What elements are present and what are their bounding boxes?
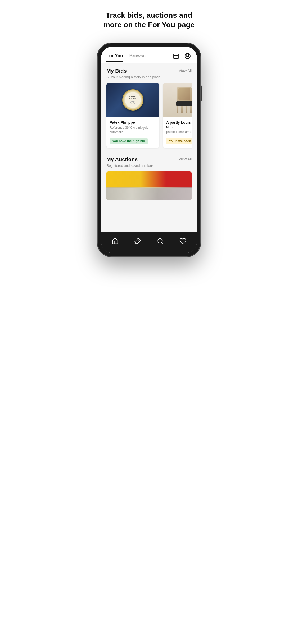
phone-screen: For You Browse	[101, 47, 197, 253]
watch-image: A. LANGE& SÖHNE GLASHÜTTE I/SA 7 08	[106, 83, 159, 117]
bottom-nav	[101, 232, 197, 253]
watch-desc: Reference 3940 A pink gold automatic ...	[110, 126, 156, 135]
svg-line-6	[135, 243, 136, 244]
heart-icon	[179, 238, 186, 245]
svg-line-7	[138, 239, 139, 240]
nav-bid-button[interactable]	[131, 234, 144, 248]
svg-rect-0	[174, 54, 178, 59]
chair-card-body: A partly Louis XVI cr... painted desk ar…	[163, 117, 192, 148]
auction-preview-image[interactable]: Preview sale	[106, 171, 192, 200]
my-auctions-section: My Auctions View All Registered and save…	[106, 157, 192, 203]
my-bids-view-all[interactable]: View All	[179, 68, 192, 73]
svg-line-9	[162, 242, 163, 244]
my-auctions-subtitle: Registered and saved auctions	[106, 164, 192, 168]
gavel-icon	[134, 238, 141, 245]
nav-icons	[172, 52, 192, 63]
app-content: For You Browse	[101, 47, 197, 232]
my-auctions-title: My Auctions	[106, 157, 138, 163]
chair-bid-status: You have been ou...	[166, 138, 192, 144]
nav-favorites-button[interactable]	[176, 234, 189, 248]
chair-image	[163, 83, 192, 117]
scroll-content: My Bids View All All your bidding histor…	[101, 63, 197, 232]
nav-search-button[interactable]	[154, 234, 167, 248]
svg-point-8	[158, 238, 162, 243]
my-bids-title: My Bids	[106, 68, 127, 74]
profile-icon-button[interactable]	[184, 52, 192, 60]
nav-tabs: For You Browse	[101, 47, 197, 63]
nav-tabs-left: For You Browse	[106, 53, 146, 62]
watch-title: Patek Philippe	[110, 120, 156, 125]
my-bids-subtitle: All your bidding history in one place	[106, 75, 192, 79]
home-icon	[112, 238, 119, 245]
my-bids-section: My Bids View All All your bidding histor…	[106, 68, 192, 149]
bid-card-watch[interactable]: A. LANGE& SÖHNE GLASHÜTTE I/SA 7 08 Pate…	[106, 83, 159, 148]
page-title: Track bids, auctions and more on the For…	[99, 11, 199, 30]
chair-desc: painted desk armcha...	[166, 130, 192, 134]
calendar-icon	[173, 53, 179, 59]
tab-browse[interactable]: Browse	[129, 53, 146, 62]
my-bids-header: My Bids View All	[106, 68, 192, 74]
bid-card-chair[interactable]: A partly Louis XVI cr... painted desk ar…	[163, 83, 192, 148]
phone-frame: For You Browse	[97, 43, 201, 257]
tab-for-you[interactable]: For You	[106, 53, 123, 62]
search-icon	[157, 238, 164, 245]
watch-card-body: Patek Philippe Reference 3940 A pink gol…	[106, 117, 159, 148]
bid-cards-scroll: A. LANGE& SÖHNE GLASHÜTTE I/SA 7 08 Pate…	[106, 83, 192, 149]
watch-bid-status: You have the high bid	[110, 138, 148, 144]
my-auctions-view-all[interactable]: View All	[179, 157, 192, 161]
profile-icon	[184, 53, 191, 59]
chair-title: A partly Louis XVI cr...	[166, 120, 192, 129]
calendar-icon-button[interactable]	[172, 52, 180, 60]
svg-point-4	[187, 54, 189, 56]
my-auctions-header: My Auctions View All	[106, 157, 192, 163]
nav-home-button[interactable]	[109, 234, 122, 248]
